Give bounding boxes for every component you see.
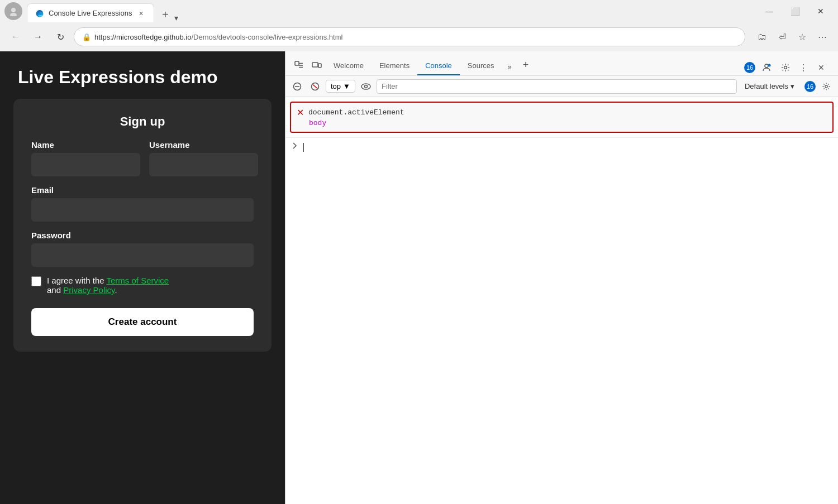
context-selector-label: top	[331, 82, 341, 90]
profile-icon[interactable]	[4, 2, 22, 20]
name-input[interactable]	[31, 153, 140, 176]
close-devtools-btn[interactable]: ✕	[813, 60, 829, 75]
username-label: Username	[149, 140, 258, 150]
username-input[interactable]	[149, 153, 258, 176]
email-label: Email	[31, 185, 254, 195]
tab-dropdown-btn[interactable]: ▾	[174, 13, 178, 22]
user-settings-btn[interactable]: +	[759, 60, 774, 75]
url-path: /Demos/devtools-console/live-expressions…	[191, 33, 342, 41]
demo-page-header: Live Expressions demo	[0, 51, 285, 99]
svg-point-9	[765, 64, 768, 68]
url-host: https://microsoftedge.github.io	[94, 33, 191, 41]
more-tabs-btn[interactable]: »	[502, 58, 517, 75]
live-expression-close-btn[interactable]: ✕	[297, 107, 304, 118]
terms-text: I agree with the Terms of Service and Pr…	[47, 276, 169, 295]
window-controls: — ⬜ ✕	[756, 2, 834, 20]
console-prompt-icon	[292, 142, 300, 152]
console-cursor	[303, 143, 304, 152]
more-btn[interactable]: ⋯	[813, 28, 831, 46]
address-bar: ← → ↻ 🔒 https://microsoftedge.github.io/…	[0, 22, 838, 51]
notification-badge: 16	[744, 62, 755, 73]
name-username-row: Name Username	[31, 140, 254, 176]
main-content: Live Expressions demo Sign up Name Usern…	[0, 51, 838, 504]
terms-checkbox[interactable]	[31, 276, 41, 286]
tab-close-btn[interactable]: ×	[137, 8, 146, 19]
username-field-group: Username	[149, 140, 258, 176]
svg-point-0	[11, 8, 16, 12]
console-settings-btn[interactable]	[819, 79, 834, 94]
context-selector[interactable]: top ▼	[326, 80, 355, 93]
console-input-area	[285, 137, 838, 156]
title-bar: Console Live Expressions × + ▾ — ⬜ ✕	[0, 0, 838, 22]
live-expression-header: ✕ document.activeElement	[297, 107, 827, 118]
lock-icon: 🔒	[82, 33, 91, 41]
clear-console-btn[interactable]	[290, 79, 304, 94]
restore-btn[interactable]: ⬜	[782, 2, 808, 20]
live-expression-value: body	[297, 119, 827, 127]
favorites-btn[interactable]: ☆	[793, 28, 811, 46]
create-account-btn[interactable]: Create account	[31, 308, 254, 336]
new-tab-btn[interactable]: +	[156, 7, 174, 22]
svg-point-1	[10, 13, 17, 16]
inspect-element-btn[interactable]	[290, 55, 308, 75]
tab-elements[interactable]: Elements	[372, 57, 417, 75]
read-view-btn[interactable]: ⏎	[773, 28, 791, 46]
password-label: Password	[31, 231, 254, 240]
tab-console[interactable]: Console	[417, 57, 460, 75]
address-actions: 🗂 ⏎ ☆ ⋯	[753, 28, 831, 46]
console-toolbar: top ▼ Default levels ▾ 16	[285, 76, 838, 97]
edge-favicon-icon	[35, 9, 44, 18]
log-levels-selector[interactable]: Default levels ▾	[740, 80, 799, 92]
name-label: Name	[31, 140, 140, 150]
devtools-panel: Welcome Elements Console Sources » + 16 …	[285, 51, 838, 504]
svg-rect-7	[312, 63, 318, 67]
tab-welcome[interactable]: Welcome	[326, 57, 372, 75]
back-btn[interactable]: ←	[7, 28, 25, 46]
collections-btn[interactable]: 🗂	[753, 28, 771, 46]
password-input[interactable]	[31, 243, 254, 267]
devtools-tab-bar: Welcome Elements Console Sources » + 16 …	[285, 51, 838, 76]
demo-page-title: Live Expressions demo	[18, 67, 267, 88]
terms-link[interactable]: Terms of Service	[106, 276, 169, 285]
svg-point-12	[784, 66, 787, 69]
add-tab-btn[interactable]: +	[517, 55, 535, 75]
device-emulation-btn[interactable]	[308, 55, 326, 75]
tab-bar: Console Live Expressions × + ▾	[27, 0, 178, 22]
tab-title: Console Live Expressions	[49, 9, 132, 17]
url-bar[interactable]: 🔒 https://microsoftedge.github.io/Demos/…	[74, 27, 745, 46]
privacy-link[interactable]: Privacy Policy	[63, 285, 115, 295]
email-input[interactable]	[31, 198, 254, 222]
error-count-badge: 16	[804, 81, 816, 92]
email-field-group: Email	[31, 185, 254, 222]
console-filter-input[interactable]	[377, 79, 737, 94]
tab-sources[interactable]: Sources	[460, 57, 502, 75]
name-field-group: Name	[31, 140, 140, 176]
minimize-btn[interactable]: —	[756, 2, 782, 20]
active-tab[interactable]: Console Live Expressions ×	[27, 3, 154, 22]
svg-line-16	[313, 84, 317, 88]
url-text: https://microsoftedge.github.io/Demos/de…	[94, 33, 342, 41]
close-btn[interactable]: ✕	[808, 2, 834, 20]
svg-point-19	[825, 85, 827, 87]
refresh-btn[interactable]: ↻	[51, 28, 69, 46]
levels-dropdown-icon: ▾	[791, 82, 794, 90]
signup-heading: Sign up	[31, 114, 254, 129]
demo-page: Live Expressions demo Sign up Name Usern…	[0, 51, 285, 504]
signup-card: Sign up Name Username Email Pa	[13, 99, 272, 352]
browser-window: Console Live Expressions × + ▾ — ⬜ ✕ ← →…	[0, 0, 838, 504]
terms-checkbox-area: I agree with the Terms of Service and Pr…	[31, 276, 254, 295]
eye-btn[interactable]	[359, 79, 373, 94]
more-options-btn[interactable]: ⋮	[797, 63, 810, 73]
context-dropdown-icon: ▼	[343, 82, 350, 90]
live-expression-container: ✕ document.activeElement body	[290, 102, 834, 133]
svg-rect-8	[318, 64, 321, 68]
svg-point-17	[361, 84, 370, 89]
password-field-group: Password	[31, 231, 254, 267]
forward-btn[interactable]: →	[29, 28, 47, 46]
filter-toggle-btn[interactable]	[308, 79, 322, 94]
svg-rect-3	[295, 61, 299, 65]
settings-btn[interactable]	[778, 60, 793, 75]
live-expression-code: document.activeElement	[308, 108, 404, 117]
svg-point-18	[364, 85, 367, 88]
devtools-header-actions: 16 + ⋮ ✕	[740, 60, 834, 75]
